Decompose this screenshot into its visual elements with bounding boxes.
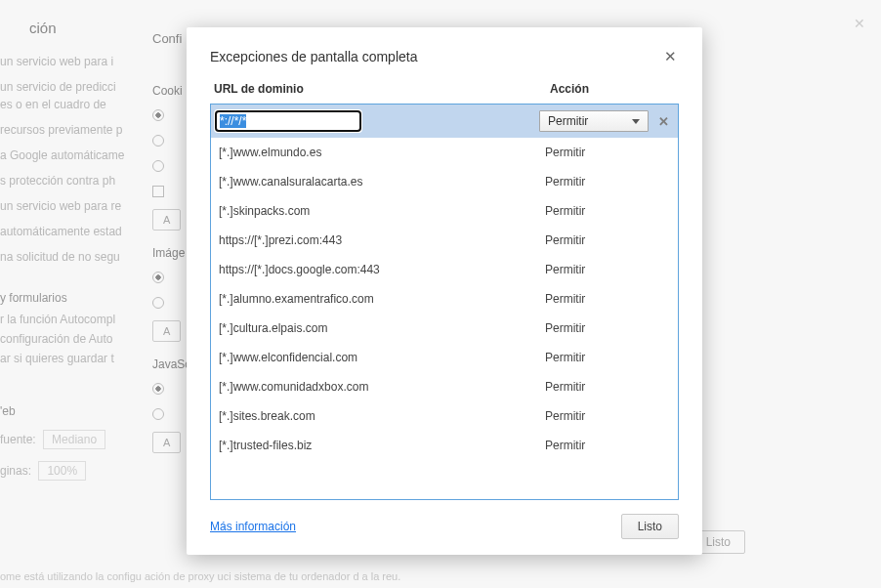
row-action: Permitir: [545, 263, 672, 276]
action-select-label: Permitir: [548, 114, 588, 128]
row-action: Permitir: [545, 380, 672, 394]
dialog-title: Excepciones de pantalla completa: [210, 49, 417, 64]
exceptions-dialog: Excepciones de pantalla completa ✕ URL d…: [187, 27, 702, 555]
table-row[interactable]: [*.]sites.break.comPermitir: [211, 401, 678, 431]
table-row[interactable]: [*.]www.elconfidencial.comPermitir: [211, 343, 678, 372]
row-domain: [*.]skinpacks.com: [219, 204, 545, 218]
exceptions-table: Permitir ✕ [*.]www.elmundo.esPermitir[*.…: [210, 104, 679, 500]
row-action: Permitir: [545, 439, 672, 452]
row-action: Permitir: [545, 292, 672, 306]
row-action: Permitir: [545, 409, 672, 423]
row-action: Permitir: [545, 146, 672, 159]
table-row[interactable]: [*.]cultura.elpais.comPermitir: [211, 314, 678, 343]
col-header-domain: URL de dominio: [214, 82, 550, 96]
row-domain: [*.]www.canalsuralacarta.es: [219, 175, 545, 189]
edit-row: Permitir ✕: [211, 105, 678, 138]
row-domain: https://[*.]prezi.com:443: [219, 233, 545, 247]
action-select[interactable]: Permitir: [539, 110, 649, 132]
row-domain: [*.]cultura.elpais.com: [219, 321, 545, 335]
row-domain: [*.]www.comunidadxbox.com: [219, 380, 545, 394]
modal-overlay: Excepciones de pantalla completa ✕ URL d…: [0, 0, 881, 588]
row-action: Permitir: [545, 321, 672, 335]
table-row[interactable]: [*.]www.comunidadxbox.comPermitir: [211, 372, 678, 401]
table-row[interactable]: https://[*.]docs.google.com:443Permitir: [211, 255, 678, 284]
row-action: Permitir: [545, 351, 672, 364]
row-domain: [*.]sites.break.com: [219, 409, 545, 423]
chevron-down-icon: [632, 119, 640, 124]
row-action: Permitir: [545, 204, 672, 218]
table-row[interactable]: [*.]skinpacks.comPermitir: [211, 196, 678, 226]
table-row[interactable]: https://[*.]prezi.com:443Permitir: [211, 226, 678, 255]
table-row[interactable]: [*.]www.canalsuralacarta.esPermitir: [211, 167, 678, 196]
delete-row-icon[interactable]: ✕: [654, 112, 672, 130]
table-header: URL de dominio Acción: [210, 82, 679, 104]
hostname-pattern-input[interactable]: [215, 110, 361, 132]
row-domain: [*.]alumno.examentrafico.com: [219, 292, 545, 306]
done-button[interactable]: Listo: [621, 514, 679, 539]
table-row[interactable]: [*.]www.elmundo.esPermitir: [211, 138, 678, 167]
col-header-action: Acción: [550, 82, 677, 96]
table-row[interactable]: [*.]alumno.examentrafico.comPermitir: [211, 284, 678, 314]
row-action: Permitir: [545, 233, 672, 247]
row-domain: [*.]www.elmundo.es: [219, 146, 545, 159]
row-domain: https://[*.]docs.google.com:443: [219, 263, 545, 276]
row-action: Permitir: [545, 175, 672, 189]
close-icon[interactable]: ✕: [662, 49, 679, 63]
more-info-link[interactable]: Más información: [210, 520, 296, 533]
row-domain: [*.]www.elconfidencial.com: [219, 351, 545, 364]
table-row[interactable]: [*.]trusted-files.bizPermitir: [211, 431, 678, 460]
row-domain: [*.]trusted-files.biz: [219, 439, 545, 452]
